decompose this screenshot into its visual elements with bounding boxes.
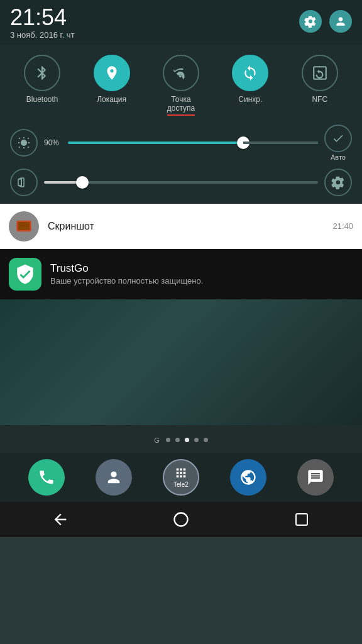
- brightness-thumb[interactable]: [237, 136, 250, 149]
- notifications-area: Скриншот 21:40 TrustGo Ваше устройство п…: [0, 204, 362, 299]
- trustgo-title: TrustGo: [50, 262, 203, 275]
- volume-icon[interactable]: [10, 169, 38, 196]
- dock: Tele2: [0, 453, 362, 502]
- bluetooth-circle: [24, 55, 60, 91]
- home-button[interactable]: [162, 508, 200, 531]
- volume-slider[interactable]: [44, 181, 318, 184]
- brightness-track: [68, 142, 318, 144]
- location-label: Локация: [97, 95, 126, 104]
- brightness-icon[interactable]: [10, 129, 38, 157]
- status-bar: 21:54 3 нояб. 2016 г. чт: [0, 0, 362, 45]
- brightness-row: 90% Авто: [8, 125, 354, 161]
- page-dots: G: [0, 430, 362, 449]
- trustgo-icon: [9, 258, 41, 291]
- screenshot-title: Скриншот: [48, 221, 324, 232]
- date: 3 нояб. 2016 г. чт: [10, 30, 75, 40]
- toggle-hotspot[interactable]: Точкадоступа: [153, 55, 209, 116]
- screenshot-time: 21:40: [332, 221, 353, 231]
- nfc-circle: [302, 55, 338, 91]
- volume-thumb[interactable]: [76, 176, 89, 189]
- dock-phone[interactable]: [28, 459, 65, 496]
- volume-track: [44, 181, 318, 184]
- page-dot-2[interactable]: [175, 438, 180, 442]
- user-icon-btn[interactable]: [329, 10, 352, 33]
- svg-point-0: [21, 140, 27, 146]
- settings-icon-btn[interactable]: [299, 10, 322, 33]
- sync-label: Синхр.: [238, 95, 262, 104]
- hotspot-label: Точкадоступа: [167, 95, 195, 116]
- page-dot-3[interactable]: [185, 438, 189, 442]
- hotspot-circle: [163, 55, 199, 91]
- auto-block[interactable]: Авто: [324, 125, 352, 161]
- nfc-label: NFC: [312, 95, 327, 104]
- dock-contacts[interactable]: [96, 459, 132, 496]
- dock-browser[interactable]: [230, 459, 266, 496]
- brightness-percent: 90%: [44, 138, 59, 147]
- page-dot-1[interactable]: [166, 438, 170, 442]
- page-dots-container: G: [0, 425, 362, 453]
- notification-screenshot[interactable]: Скриншот 21:40: [0, 204, 362, 249]
- clock: 21:54: [10, 6, 75, 29]
- auto-label: Авто: [331, 153, 346, 161]
- toggle-location[interactable]: Локация: [84, 55, 140, 116]
- svg-point-7: [175, 513, 188, 526]
- dock-messages[interactable]: [297, 459, 334, 496]
- screenshot-content: Скриншот: [48, 221, 324, 232]
- toggle-row: Bluetooth Локация Точкадоступа: [8, 55, 354, 116]
- back-button[interactable]: [41, 508, 79, 531]
- trustgo-message: Ваше устройство полностью защищено.: [50, 276, 203, 286]
- brightness-slider[interactable]: [68, 142, 318, 144]
- svg-rect-8: [296, 514, 307, 525]
- status-icons: [299, 10, 352, 33]
- toggle-bluetooth[interactable]: Bluetooth: [14, 55, 70, 116]
- time-block: 21:54 3 нояб. 2016 г. чт: [10, 6, 75, 40]
- toggle-sync[interactable]: Синхр.: [222, 55, 278, 116]
- bluetooth-label: Bluetooth: [26, 95, 58, 104]
- svg-rect-2: [21, 178, 24, 187]
- recent-button[interactable]: [283, 508, 321, 531]
- volume-row: [8, 169, 354, 196]
- location-circle: [94, 55, 130, 91]
- auto-circle: [324, 125, 352, 152]
- home-area: [0, 299, 362, 425]
- tele2-label: Tele2: [173, 481, 189, 488]
- notification-trustgo[interactable]: TrustGo Ваше устройство полностью защище…: [0, 249, 362, 299]
- dock-apps[interactable]: Tele2: [163, 459, 199, 496]
- screenshot-icon: [9, 211, 39, 242]
- toggle-nfc[interactable]: NFC: [292, 55, 348, 116]
- page-dot-4[interactable]: [194, 438, 199, 442]
- g-label: G: [154, 436, 160, 444]
- volume-settings-icon[interactable]: [324, 169, 352, 196]
- trustgo-content: TrustGo Ваше устройство полностью защище…: [50, 262, 203, 286]
- svg-rect-6: [18, 222, 30, 230]
- sync-circle: [232, 55, 268, 91]
- page-dot-5[interactable]: [204, 438, 208, 442]
- nav-bar: [0, 502, 362, 537]
- quick-settings-panel: Bluetooth Локация Точкадоступа: [0, 45, 362, 204]
